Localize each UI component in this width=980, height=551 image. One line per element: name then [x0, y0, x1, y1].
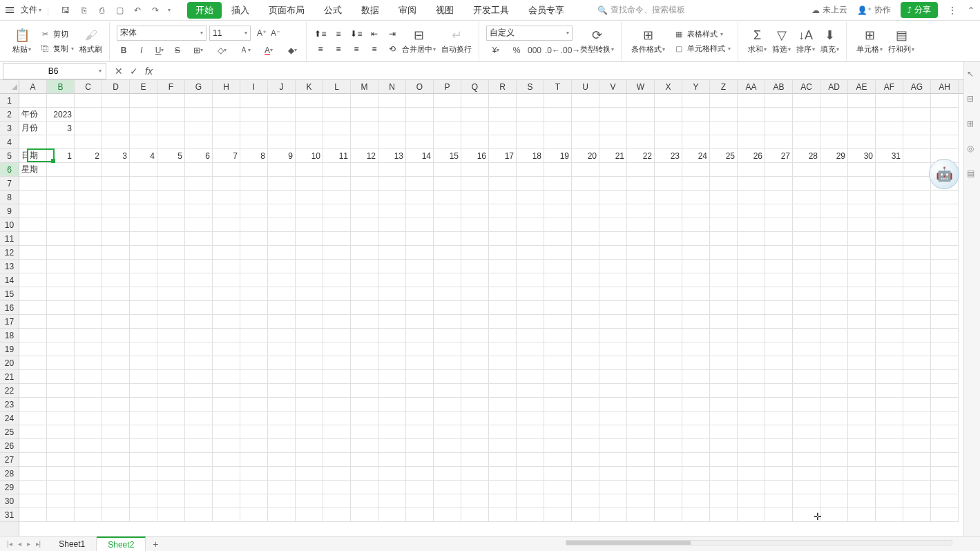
cell-AB2[interactable] [765, 108, 793, 122]
cell-AH24[interactable] [931, 412, 959, 425]
cell-M13[interactable] [351, 260, 378, 273]
cell-O30[interactable] [406, 494, 434, 508]
cell-H6[interactable] [213, 163, 240, 177]
cell-N14[interactable] [378, 273, 406, 287]
cell-Q29[interactable] [461, 481, 489, 494]
cell-P29[interactable] [434, 481, 461, 494]
cell-Z23[interactable] [710, 398, 738, 412]
cell-AB4[interactable] [765, 135, 793, 149]
cell-W23[interactable] [627, 398, 655, 412]
cell-E26[interactable] [130, 439, 157, 453]
cell-AC14[interactable] [793, 273, 820, 287]
cell-L12[interactable] [323, 246, 351, 260]
cell-E5[interactable]: 4 [130, 149, 157, 163]
cell-E31[interactable] [130, 508, 157, 522]
cell-AB24[interactable] [765, 412, 793, 425]
row-header-26[interactable]: 26 [0, 439, 19, 453]
cell-M21[interactable] [351, 370, 378, 384]
cell-T19[interactable] [544, 342, 572, 356]
cell-R17[interactable] [489, 315, 517, 329]
cell-B27[interactable] [47, 453, 75, 467]
cell-AD18[interactable] [820, 329, 848, 342]
cell-AB22[interactable] [765, 384, 793, 398]
cell-J17[interactable] [268, 315, 296, 329]
cell-AG23[interactable] [903, 398, 931, 412]
cell-AD31[interactable] [820, 508, 848, 522]
cell-T24[interactable] [544, 412, 572, 425]
cell-F11[interactable] [157, 232, 185, 246]
cell-I17[interactable] [240, 315, 268, 329]
cell-W29[interactable] [627, 481, 655, 494]
cell-S16[interactable] [517, 301, 544, 315]
cell-T15[interactable] [544, 287, 572, 301]
save-icon[interactable]: 🖫 [60, 5, 71, 16]
cell-button[interactable]: ⊞ 单元格▾ [854, 24, 885, 59]
cell-AG10[interactable] [903, 218, 931, 232]
comma-button[interactable]: 000 [528, 44, 541, 57]
cell-Z24[interactable] [710, 412, 738, 425]
cell-AB1[interactable] [765, 94, 793, 108]
cell-I19[interactable] [240, 342, 268, 356]
cell-R8[interactable] [489, 191, 517, 204]
cell-H2[interactable] [213, 108, 240, 122]
cell-AE11[interactable] [848, 232, 876, 246]
row-header-1[interactable]: 1 [0, 94, 19, 108]
cell-M22[interactable] [351, 384, 378, 398]
cell-U13[interactable] [572, 260, 599, 273]
cell-AB18[interactable] [765, 329, 793, 342]
cell-style-button[interactable]: ▢单元格样式▾ [671, 42, 733, 55]
cell-J25[interactable] [268, 425, 296, 439]
cell-N6[interactable] [378, 163, 406, 177]
cell-M11[interactable] [351, 232, 378, 246]
number-format-select[interactable]: 自定义▾ [486, 26, 573, 41]
cell-Y9[interactable] [682, 204, 710, 218]
cell-W7[interactable] [627, 177, 655, 191]
cell-B4[interactable] [47, 135, 75, 149]
cell-H1[interactable] [213, 94, 240, 108]
cell-AC21[interactable] [793, 370, 820, 384]
cell-L25[interactable] [323, 425, 351, 439]
cell-G11[interactable] [185, 232, 213, 246]
cell-Q27[interactable] [461, 453, 489, 467]
cell-X27[interactable] [655, 453, 682, 467]
cell-X17[interactable] [655, 315, 682, 329]
cell-H29[interactable] [213, 481, 240, 494]
row-header-9[interactable]: 9 [0, 204, 19, 218]
row-header-15[interactable]: 15 [0, 287, 19, 301]
row-header-29[interactable]: 29 [0, 481, 19, 494]
cell-P15[interactable] [434, 287, 461, 301]
cell-AC29[interactable] [793, 481, 820, 494]
cell-L16[interactable] [323, 301, 351, 315]
cell-T4[interactable] [544, 135, 572, 149]
cell-N3[interactable] [378, 122, 406, 135]
cell-S4[interactable] [517, 135, 544, 149]
cell-Q4[interactable] [461, 135, 489, 149]
cell-AF17[interactable] [876, 315, 903, 329]
cell-AC24[interactable] [793, 412, 820, 425]
cell-E1[interactable] [130, 94, 157, 108]
cell-T2[interactable] [544, 108, 572, 122]
cell-M27[interactable] [351, 453, 378, 467]
cell-AD25[interactable] [820, 425, 848, 439]
cell-R10[interactable] [489, 218, 517, 232]
cell-I13[interactable] [240, 260, 268, 273]
cell-D1[interactable] [102, 94, 130, 108]
cell-X21[interactable] [655, 370, 682, 384]
cell-AH29[interactable] [931, 481, 959, 494]
cell-F8[interactable] [157, 191, 185, 204]
cell-B5[interactable]: 1 [47, 149, 75, 163]
cell-Q11[interactable] [461, 232, 489, 246]
cell-P2[interactable] [434, 108, 461, 122]
cell-AC8[interactable] [793, 191, 820, 204]
cell-L27[interactable] [323, 453, 351, 467]
col-header-AH[interactable]: AH [931, 80, 959, 93]
cell-U17[interactable] [572, 315, 599, 329]
col-header-P[interactable]: P [434, 80, 461, 93]
hamburger-icon[interactable] [6, 7, 14, 13]
cell-F29[interactable] [157, 481, 185, 494]
cell-C26[interactable] [75, 439, 102, 453]
cell-T16[interactable] [544, 301, 572, 315]
cell-I6[interactable] [240, 163, 268, 177]
cell-V30[interactable] [599, 494, 627, 508]
cell-N26[interactable] [378, 439, 406, 453]
